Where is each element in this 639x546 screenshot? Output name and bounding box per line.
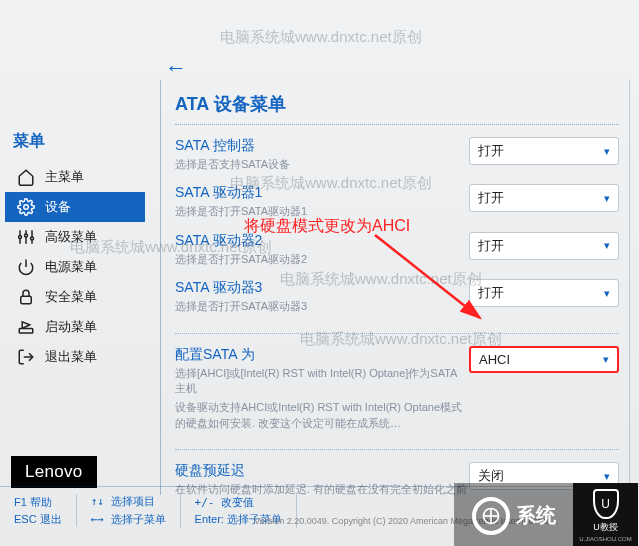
sidebar-item-label: 电源菜单: [45, 258, 97, 276]
separator: [175, 333, 619, 334]
section-title: ATA 设备菜单: [175, 92, 619, 125]
sidebar: 菜单 主菜单 设备 高级菜单 电源菜单 安全菜单 启动菜单 退出菜单: [5, 125, 145, 372]
gear-icon: [17, 198, 35, 216]
sidebar-item-advanced[interactable]: 高级菜单: [5, 222, 145, 252]
svg-rect-11: [21, 296, 32, 304]
svg-point-0: [24, 205, 29, 210]
chevron-down-icon: ▾: [604, 192, 610, 205]
select-value: 打开: [478, 189, 504, 207]
change-hint: +/- 改变值: [195, 494, 282, 512]
sidebar-item-label: 高级菜单: [45, 228, 97, 246]
setting-sata-drive2: SATA 驱动器2 选择是否打开SATA驱动器2 打开 ▾: [175, 232, 619, 277]
chevron-down-icon: ▾: [604, 287, 610, 300]
setting-sata-drive3: SATA 驱动器3 选择是否打开SATA驱动器3 打开 ▾: [175, 279, 619, 324]
setting-label: 配置SATA 为: [175, 346, 469, 364]
esc-hint: ESC 退出: [14, 511, 62, 528]
select-item-hint: ↑↓ 选择项目: [91, 493, 166, 511]
home-icon: [17, 168, 35, 186]
select-sub-hint: ←→ 选择子菜单: [91, 511, 166, 529]
help-hint: F1 帮助: [14, 494, 62, 511]
svg-point-8: [25, 234, 28, 237]
svg-point-7: [19, 236, 22, 239]
sidebar-item-power[interactable]: 电源菜单: [5, 252, 145, 282]
setting-desc: 选择[AHCI]或[Intel(R) RST with Intel(R) Opt…: [175, 366, 469, 397]
chevron-down-icon: ▾: [603, 353, 609, 366]
back-button[interactable]: ←: [165, 55, 187, 81]
setting-desc: 选择是否打开SATA驱动器1: [175, 204, 469, 219]
overlay-logo-1: 系统: [454, 483, 574, 546]
svg-rect-12: [19, 329, 33, 334]
setting-label: 硬盘预延迟: [175, 462, 469, 480]
overlay-text: 系统: [516, 502, 556, 529]
select-sata-drive1[interactable]: 打开 ▾: [469, 184, 619, 212]
overlay-text: U教授: [593, 521, 618, 534]
setting-label: SATA 控制器: [175, 137, 469, 155]
exit-icon: [17, 348, 35, 366]
select-value: AHCI: [479, 352, 510, 367]
sidebar-item-security[interactable]: 安全菜单: [5, 282, 145, 312]
content-panel: ATA 设备菜单 SATA 控制器 选择是否支持SATA设备 打开 ▾ SATA…: [160, 80, 630, 495]
select-sata-drive3[interactable]: 打开 ▾: [469, 279, 619, 307]
power-icon: [17, 258, 35, 276]
sidebar-item-label: 启动菜单: [45, 318, 97, 336]
select-value: 打开: [478, 284, 504, 302]
select-sata-drive2[interactable]: 打开 ▾: [469, 232, 619, 260]
select-configure-sata[interactable]: AHCI ▾: [469, 346, 619, 373]
sidebar-item-main[interactable]: 主菜单: [5, 162, 145, 192]
overlay-logo-2: U U教授 U.JIAOSHOU.COM: [573, 483, 638, 546]
chevron-down-icon: ▾: [604, 470, 610, 483]
select-value: 打开: [478, 142, 504, 160]
sidebar-item-label: 主菜单: [45, 168, 84, 186]
chevron-down-icon: ▾: [604, 145, 610, 158]
setting-desc: 设备驱动支持AHCI或Intel(R) RST with Intel(R) Op…: [175, 400, 469, 431]
sliders-icon: [17, 228, 35, 246]
sidebar-item-exit[interactable]: 退出菜单: [5, 342, 145, 372]
overlay-url: U.JIAOSHOU.COM: [579, 536, 631, 542]
sidebar-item-devices[interactable]: 设备: [5, 192, 145, 222]
sidebar-item-label: 退出菜单: [45, 348, 97, 366]
setting-sata-controller: SATA 控制器 选择是否支持SATA设备 打开 ▾: [175, 137, 619, 182]
sidebar-item-boot[interactable]: 启动菜单: [5, 312, 145, 342]
setting-label: SATA 驱动器1: [175, 184, 469, 202]
setting-label: SATA 驱动器3: [175, 279, 469, 297]
select-sata-controller[interactable]: 打开 ▾: [469, 137, 619, 165]
watermark: 电脑系统城www.dnxtc.net原创: [220, 28, 422, 47]
sidebar-item-label: 安全菜单: [45, 288, 97, 306]
svg-point-9: [31, 237, 34, 240]
setting-desc: 选择是否支持SATA设备: [175, 157, 469, 172]
shield-icon: U: [593, 489, 619, 519]
sidebar-item-label: 设备: [45, 198, 71, 216]
separator: [175, 449, 619, 450]
lock-icon: [17, 288, 35, 306]
lenovo-logo: Lenovo: [11, 456, 97, 488]
setting-sata-drive1: SATA 驱动器1 选择是否打开SATA驱动器1 打开 ▾: [175, 184, 619, 229]
setting-configure-sata: 配置SATA 为 选择[AHCI]或[Intel(R) RST with Int…: [175, 346, 619, 442]
boot-icon: [17, 318, 35, 336]
select-value: 打开: [478, 237, 504, 255]
sidebar-title: 菜单: [5, 125, 145, 162]
chevron-down-icon: ▾: [604, 239, 610, 252]
setting-label: SATA 驱动器2: [175, 232, 469, 250]
setting-desc: 选择是否打开SATA驱动器3: [175, 299, 469, 314]
setting-desc: 选择是否打开SATA驱动器2: [175, 252, 469, 267]
